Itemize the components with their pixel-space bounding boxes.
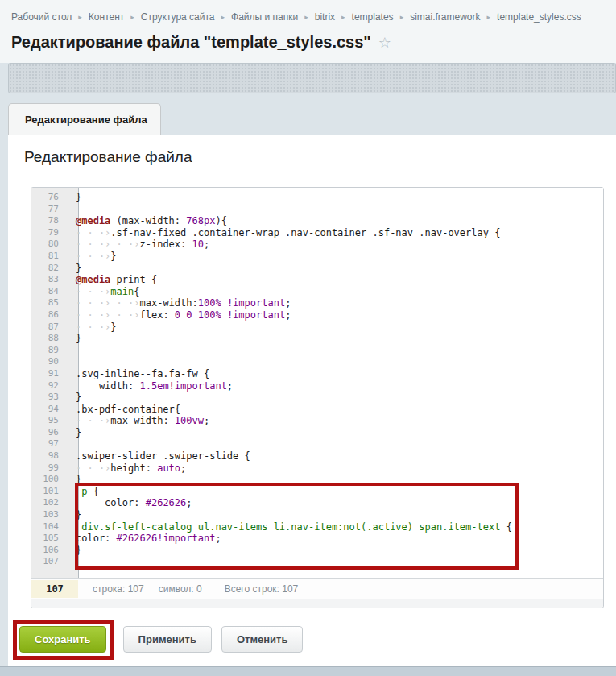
code-line[interactable]: 103} <box>31 509 603 521</box>
breadcrumb-arrow-icon: ▸ <box>487 13 491 21</box>
save-button[interactable]: Сохранить <box>19 626 106 653</box>
breadcrumb-arrow-icon: ▸ <box>221 13 225 21</box>
code-text: · · ·›main{ <box>68 286 140 298</box>
code-line[interactable]: 86· · ·› · ·›flex: 0 0 100% !important; <box>31 309 603 321</box>
code-line[interactable]: 98.swiper-slider .swiper-slide { <box>31 450 603 462</box>
code-line[interactable]: 100} <box>31 474 603 486</box>
code-text: } <box>68 545 81 557</box>
breadcrumb-item: template_styles.css <box>497 11 581 23</box>
breadcrumb-item[interactable]: Рабочий стол <box>11 11 72 23</box>
line-number: 76 <box>31 192 68 204</box>
line-number: 101 <box>31 486 68 498</box>
line-number: 82 <box>31 263 68 275</box>
line-number: 91 <box>31 368 68 380</box>
code-line[interactable]: 94.bx-pdf-container{ <box>31 404 603 416</box>
code-line[interactable]: 84· · ·›main{ <box>31 286 603 298</box>
code-line[interactable]: 82} <box>31 263 603 275</box>
line-number: 99 <box>31 462 68 475</box>
breadcrumb-item[interactable]: Файлы и папки <box>231 11 298 23</box>
code-line[interactable]: 102 color: #262626; <box>31 497 603 509</box>
code-text: } <box>68 333 81 345</box>
code-text: } <box>68 392 81 404</box>
code-line[interactable]: 81· · ·›} <box>31 251 603 263</box>
line-number: 79 <box>31 227 68 239</box>
code-line[interactable]: 93} <box>31 392 603 404</box>
line-number: 93 <box>31 392 68 404</box>
code-line[interactable]: 85· · ·› · ·›max-width:100% !important; <box>31 297 603 309</box>
status-stat: символ: 0 <box>159 583 202 595</box>
code-editor[interactable]: 76}7778@media (max-width: 768px){79· · ·… <box>31 187 604 608</box>
code-area[interactable]: 76}7778@media (max-width: 768px){79· · ·… <box>31 188 603 578</box>
code-line[interactable]: 88} <box>31 333 603 345</box>
save-button-wrap: Сохранить <box>19 626 106 653</box>
line-number: 97 <box>31 438 68 450</box>
code-text: · · ·›} <box>68 251 117 263</box>
code-text: .swiper-slider .swiper-slide { <box>68 450 250 462</box>
code-line[interactable]: 95· · ·›max-width: 100vw; <box>31 415 603 427</box>
breadcrumb-arrow-icon: ▸ <box>400 13 404 21</box>
tab-row: Редактирование файла <box>8 103 616 135</box>
code-text: p { <box>68 486 99 498</box>
code-line[interactable]: 91.svg-inline--fa.fa-fw { <box>31 368 603 380</box>
code-line[interactable]: 96} <box>31 427 603 439</box>
line-number: 85 <box>31 297 68 309</box>
code-text: color: #262626!important; <box>68 533 221 545</box>
breadcrumb-arrow-icon: ▸ <box>341 13 345 21</box>
code-line[interactable]: 101 p { <box>31 486 603 498</box>
code-line[interactable]: 104 div.sf-left-catalog ul.nav-items li.… <box>31 521 603 533</box>
code-line[interactable]: 83@media print { <box>31 274 603 286</box>
tab-edit-file[interactable]: Редактирование файла <box>8 103 161 135</box>
line-number: 80 <box>31 238 68 251</box>
breadcrumb-arrow-icon: ▸ <box>130 13 134 21</box>
code-text: @media print { <box>68 274 157 286</box>
tab-label: Редактирование файла <box>25 114 147 126</box>
apply-button[interactable]: Применить <box>123 626 212 653</box>
line-number: 88 <box>31 333 68 345</box>
code-text: } <box>68 509 81 521</box>
breadcrumb-item[interactable]: Структура сайта <box>141 11 215 23</box>
code-text: · · ·›} <box>68 321 117 334</box>
code-text <box>68 204 76 216</box>
line-number: 104 <box>31 521 68 533</box>
line-number: 100 <box>31 474 68 486</box>
code-line[interactable]: 79· · ·›.sf-nav-fixed .container-wrap .n… <box>31 227 603 239</box>
code-line[interactable]: 87· · ·›} <box>31 321 603 334</box>
code-line[interactable]: 78@media (max-width: 768px){ <box>31 215 603 227</box>
cancel-button[interactable]: Отменить <box>221 626 304 653</box>
breadcrumb-item[interactable]: Контент <box>89 11 124 23</box>
line-number: 90 <box>31 356 68 368</box>
code-line[interactable]: 99· · ·›height: auto; <box>31 462 603 475</box>
breadcrumb-item[interactable]: templates <box>352 11 394 23</box>
line-number: 96 <box>31 427 68 439</box>
buttons-row: Сохранить Применить Отменить <box>19 626 616 653</box>
code-line[interactable]: 97 <box>31 438 603 450</box>
code-line[interactable]: 106} <box>31 545 603 557</box>
favorite-star-icon[interactable]: ☆ <box>378 34 391 52</box>
code-line[interactable]: 105color: #262626!important; <box>31 533 603 545</box>
line-number: 83 <box>31 274 68 286</box>
code-line[interactable]: 77 <box>31 204 603 216</box>
code-text <box>68 356 76 368</box>
breadcrumb-arrow-icon: ▸ <box>304 13 308 21</box>
breadcrumb-item[interactable]: bitrix <box>315 11 335 23</box>
status-stat: Всего строк: 107 <box>225 583 299 595</box>
code-text <box>68 438 76 450</box>
line-number: 105 <box>31 533 68 545</box>
code-text: } <box>68 474 81 486</box>
code-line[interactable]: 76} <box>31 192 603 204</box>
code-line[interactable]: 107 <box>31 556 603 568</box>
current-line-badge: 107 <box>31 580 78 598</box>
page-bottom-strip <box>0 666 616 676</box>
code-text: · · ·› · ·›flex: 0 0 100% !important; <box>68 309 291 321</box>
line-number: 81 <box>31 251 68 263</box>
content-area: Редактирование файла Редактирование файл… <box>0 63 616 666</box>
code-text: · · ·›max-width: 100vw; <box>68 415 209 427</box>
line-number: 102 <box>31 497 68 509</box>
code-line[interactable]: 89 <box>31 345 603 357</box>
code-line[interactable]: 92 width: 1.5em!important; <box>31 380 603 392</box>
line-number: 77 <box>31 204 68 216</box>
code-line[interactable]: 90 <box>31 356 603 368</box>
code-text: } <box>68 263 81 275</box>
breadcrumb-item[interactable]: simai.framework <box>410 11 480 23</box>
code-line[interactable]: 80· · ·› · ·›z-index: 10; <box>31 238 603 251</box>
